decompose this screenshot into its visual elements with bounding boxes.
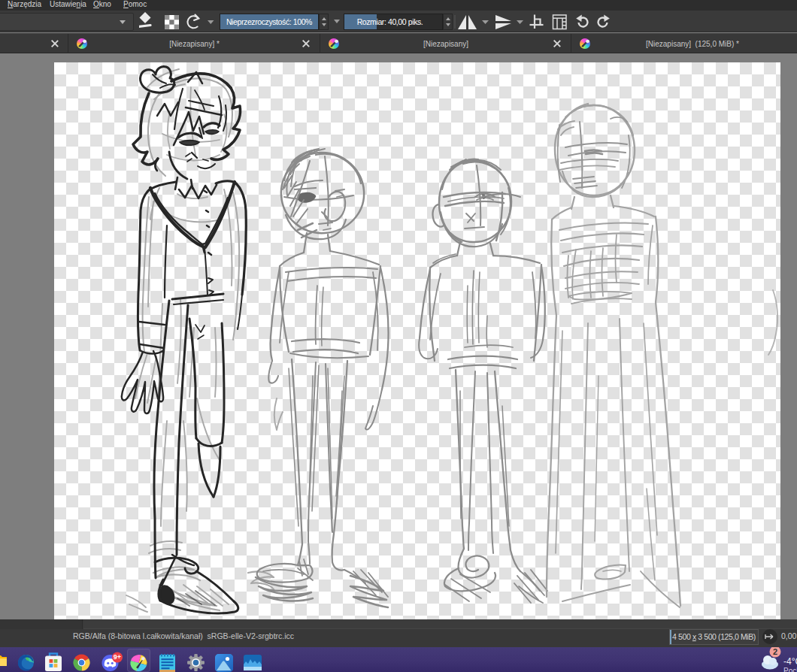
svg-text:9+: 9+ — [114, 653, 121, 661]
svg-text:2: 2 — [773, 647, 777, 656]
svg-text:-4°C: -4°C — [783, 656, 797, 667]
svg-text:Poch: Poch — [783, 667, 797, 672]
